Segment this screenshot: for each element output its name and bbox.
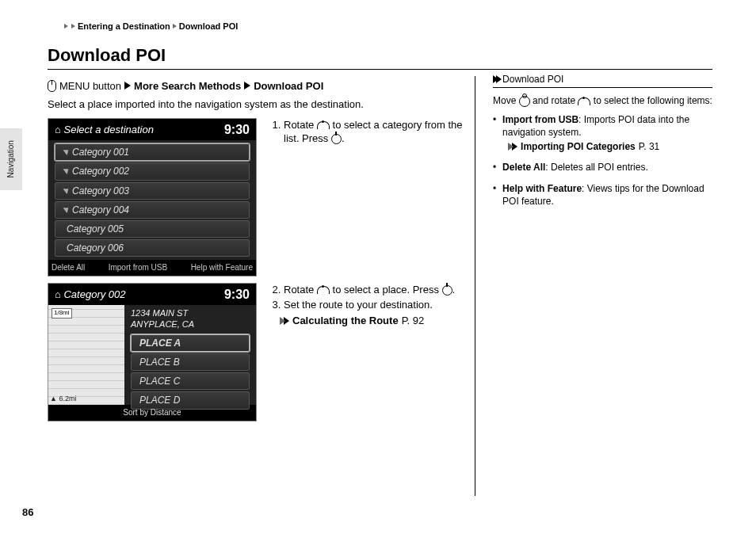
screenshot-category-list: ⌂ Select a destination 9:30 ◥Category 00… [48, 118, 257, 277]
dial-icon [578, 97, 590, 105]
column-divider [475, 76, 475, 496]
page-title: Download POI [48, 44, 712, 70]
chevron-right-icon [71, 24, 75, 29]
list-item: PLACE A [131, 334, 250, 352]
list-item: ◥Category 002 [55, 162, 250, 180]
press-icon [331, 134, 342, 144]
map-preview: 1/8mi ▲ 6.2mi [48, 305, 124, 405]
dial-icon [317, 121, 330, 129]
step-1: Rotate to select a category from the lis… [271, 118, 471, 277]
list-item: ◥Category 003 [55, 182, 250, 200]
page-number: 86 [22, 505, 33, 520]
sidebar-item-help: Help with Feature: Views tips for the Do… [493, 182, 712, 208]
sidebar-heading: Download POI [493, 73, 712, 88]
list-item: PLACE D [131, 391, 250, 409]
breadcrumb: Entering a Destination Download POI [63, 21, 712, 32]
link-arrow-icon [284, 317, 289, 325]
chevron-right-icon [64, 24, 68, 29]
xref-calculating-route: Calculating the Route P. 92 [284, 314, 471, 328]
list-item: Category 005 [55, 220, 250, 238]
link-arrow-icon [512, 143, 517, 151]
menu-path: MENU button More Search Methods Download… [48, 79, 471, 93]
triangle-right-icon [244, 82, 250, 90]
list-item: Category 006 [55, 239, 250, 257]
side-tab-navigation: Navigation [0, 128, 22, 190]
joystick-icon [519, 96, 530, 107]
sidebar-item-import: Import from USB: Imports POI data into t… [493, 113, 712, 154]
sidebar-item-delete-all: Delete All: Deletes all POI entries. [493, 161, 712, 174]
steps-2-3: Rotate to select a place. Press . Set th… [271, 283, 471, 421]
sidebar-lead: Move and rotate to select the following … [493, 94, 712, 107]
press-icon [442, 285, 452, 296]
list-item: PLACE B [131, 353, 250, 371]
intro-text: Select a place imported into the navigat… [48, 97, 471, 112]
list-item: PLACE C [131, 372, 250, 390]
screenshot-place-list: ⌂ Category 002 9:30 1/8mi ▲ 6.2mi 1234 M… [48, 283, 257, 421]
chevron-right-icon [173, 24, 177, 29]
breadcrumb-download-poi: Download POI [179, 21, 239, 32]
breadcrumb-entering: Entering a Destination [78, 21, 170, 32]
xref-importing-poi: Importing POI Categories P. 31 [502, 140, 712, 153]
menu-button-icon [48, 80, 56, 92]
list-item: ◥Category 004 [55, 201, 250, 219]
dial-icon [317, 286, 330, 294]
list-item: ◥Category 001 [55, 143, 250, 161]
triangle-right-icon [124, 82, 131, 90]
